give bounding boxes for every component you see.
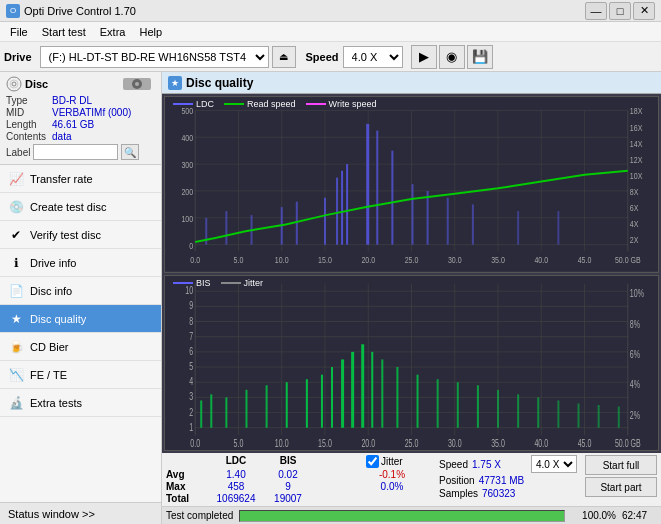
verify-test-disc-icon: ✔	[8, 227, 24, 243]
svg-rect-32	[427, 191, 429, 245]
minimize-button[interactable]: —	[585, 2, 607, 20]
svg-text:45.0: 45.0	[578, 254, 592, 265]
disc-panel-header: Disc	[6, 76, 155, 92]
svg-text:8: 8	[189, 315, 193, 327]
jitter-checkbox-row: Jitter	[366, 455, 403, 468]
start-full-button[interactable]: Start full	[585, 455, 657, 475]
max-jitter: 0.0%	[366, 481, 418, 492]
total-bis: 19007	[262, 493, 314, 504]
svg-rect-111	[537, 397, 539, 427]
svg-rect-107	[457, 382, 459, 428]
stats-total-row: Total 1069624 19007	[166, 493, 418, 504]
svg-rect-112	[557, 400, 559, 427]
label-input[interactable]	[33, 144, 118, 160]
svg-text:10%: 10%	[630, 287, 644, 299]
legend-jitter: Jitter	[221, 278, 264, 288]
svg-text:12X: 12X	[630, 154, 643, 165]
svg-text:5: 5	[189, 360, 193, 372]
nav-drive-info[interactable]: ℹ Drive info	[0, 249, 161, 277]
disc-quality-icon: ★	[8, 311, 24, 327]
nav-transfer-rate[interactable]: 📈 Transfer rate	[0, 165, 161, 193]
contents-key: Contents	[6, 131, 46, 142]
bis-chart: BIS Jitter	[164, 275, 659, 452]
svg-text:4X: 4X	[630, 218, 639, 229]
bis-header: BIS	[262, 455, 314, 468]
nav-drive-info-label: Drive info	[30, 257, 76, 269]
nav-disc-quality-label: Disc quality	[30, 313, 86, 325]
samples-value: 760323	[482, 488, 537, 499]
speed-stat-dropdown[interactable]: 4.0 X 2.0 X 8.0 X	[531, 455, 577, 473]
svg-text:35.0: 35.0	[491, 438, 505, 450]
svg-rect-99	[341, 359, 344, 427]
svg-point-5	[135, 82, 139, 86]
svg-text:16X: 16X	[630, 122, 643, 133]
label-row: Label 🔍	[6, 144, 155, 160]
title-bar: O Opti Drive Control 1.70 — □ ✕	[0, 0, 661, 22]
nav-fe-te-label: FE / TE	[30, 369, 67, 381]
jitter-color	[221, 282, 241, 284]
drive-label: Drive	[4, 51, 32, 63]
drive-select[interactable]: (F:) HL-DT-ST BD-RE WH16NS58 TST4	[40, 46, 269, 68]
svg-text:15.0: 15.0	[318, 254, 332, 265]
svg-text:10.0: 10.0	[275, 438, 289, 450]
status-text: Test completed	[166, 510, 233, 521]
nav-disc-quality[interactable]: ★ Disc quality	[0, 305, 161, 333]
svg-text:6%: 6%	[630, 348, 640, 360]
svg-text:0: 0	[189, 240, 193, 251]
avg-label: Avg	[166, 469, 210, 480]
eject-button[interactable]: ⏏	[272, 46, 296, 68]
save-icon[interactable]: 💾	[467, 45, 493, 69]
close-button[interactable]: ✕	[633, 2, 655, 20]
label-edit-button[interactable]: 🔍	[121, 144, 139, 160]
cd-bier-icon: 🍺	[8, 339, 24, 355]
svg-text:8%: 8%	[630, 318, 640, 330]
svg-text:100: 100	[181, 213, 193, 224]
nav-cd-bier[interactable]: 🍺 CD Bier	[0, 333, 161, 361]
svg-text:8X: 8X	[630, 186, 639, 197]
svg-rect-113	[578, 403, 580, 427]
svg-rect-91	[210, 394, 212, 427]
svg-text:1: 1	[189, 421, 193, 433]
svg-rect-26	[341, 171, 343, 245]
menu-help[interactable]: Help	[133, 25, 168, 39]
svg-rect-24	[324, 198, 326, 245]
legend-write-label: Write speed	[329, 99, 377, 109]
play-icon[interactable]: ▶	[411, 45, 437, 69]
disc-panel: Disc Type BD-R DL MID VERBATIMf (000) Le…	[0, 72, 161, 165]
speed-stat-label: Speed	[439, 459, 468, 470]
svg-text:0.0: 0.0	[190, 438, 200, 450]
total-label: Total	[166, 493, 210, 504]
nav-fe-te[interactable]: 📉 FE / TE	[0, 361, 161, 389]
start-buttons: Start full Start part	[585, 455, 657, 497]
svg-text:2X: 2X	[630, 234, 639, 245]
status-window-button[interactable]: Status window >>	[0, 502, 161, 524]
nav-create-test-disc[interactable]: 💿 Create test disc	[0, 193, 161, 221]
stats-table: LDC BIS Jitter Avg 1.40 0.02 -0.1%	[166, 455, 418, 504]
chart2-legend: BIS Jitter	[173, 278, 263, 288]
speed-select[interactable]: 4.0 X 2.0 X 8.0 X	[343, 46, 403, 68]
svg-text:400: 400	[181, 132, 193, 143]
svg-text:6: 6	[189, 345, 193, 357]
svg-rect-35	[517, 211, 519, 245]
svg-text:9: 9	[189, 299, 193, 311]
nav-extra-tests[interactable]: 🔬 Extra tests	[0, 389, 161, 417]
maximize-button[interactable]: □	[609, 2, 631, 20]
progress-bar-outer	[239, 510, 565, 522]
nav-verify-test-disc[interactable]: ✔ Verify test disc	[0, 221, 161, 249]
nav-disc-info[interactable]: 📄 Disc info	[0, 277, 161, 305]
svg-rect-110	[517, 394, 519, 427]
svg-rect-36	[557, 211, 559, 245]
menu-start-test[interactable]: Start test	[36, 25, 92, 39]
menu-extra[interactable]: Extra	[94, 25, 132, 39]
start-part-button[interactable]: Start part	[585, 477, 657, 497]
nav-extra-tests-label: Extra tests	[30, 397, 82, 409]
jitter-checkbox[interactable]	[366, 455, 379, 468]
disc-icon[interactable]: ◉	[439, 45, 465, 69]
svg-text:25.0: 25.0	[405, 438, 419, 450]
svg-point-0	[7, 77, 21, 91]
status-window-label: Status window >>	[8, 508, 95, 520]
stats-section: LDC BIS Jitter Avg 1.40 0.02 -0.1%	[162, 453, 661, 506]
stats-avg-row: Avg 1.40 0.02 -0.1%	[166, 469, 418, 480]
menu-file[interactable]: File	[4, 25, 34, 39]
avg-ldc: 1.40	[210, 469, 262, 480]
